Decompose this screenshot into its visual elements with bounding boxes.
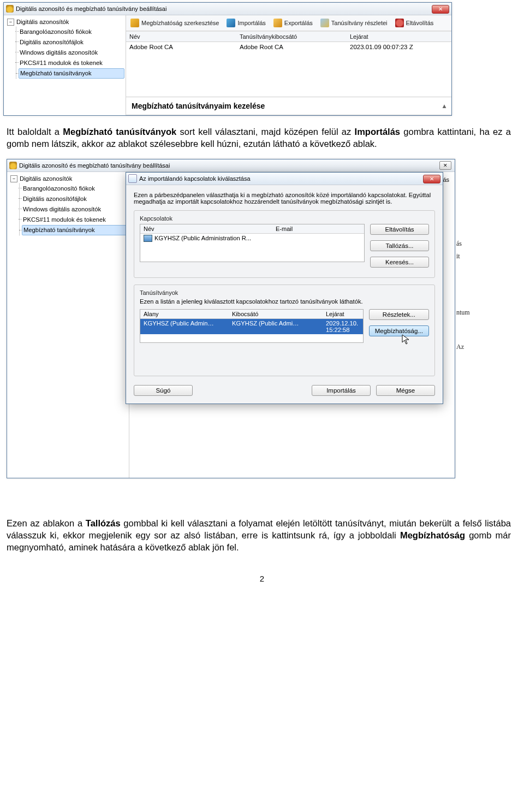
- tree-item[interactable]: Barangolóazonosító fiókok: [19, 27, 124, 37]
- chevron-up-icon: ▴: [443, 102, 446, 110]
- pencil-icon: [130, 19, 139, 27]
- section-title: Megbízható tanúsítványaim kezelése: [132, 102, 265, 110]
- import-button[interactable]: Importálás: [227, 19, 265, 27]
- details-button[interactable]: Tanúsítvány részletei: [320, 19, 388, 27]
- remove-contact-button[interactable]: Eltávolítás: [370, 224, 429, 235]
- col-expiry[interactable]: Lejárat: [323, 310, 363, 318]
- certificate-icon: [320, 19, 329, 27]
- col-name[interactable]: Név: [126, 32, 236, 42]
- dialog-titlebar[interactable]: Az importálandó kapcsolatok kiválasztása…: [126, 173, 443, 185]
- collapse-icon[interactable]: −: [7, 19, 14, 26]
- tree-root[interactable]: − Digitális azonosítók: [10, 174, 128, 183]
- tree-item[interactable]: Windows digitális azonosítók: [22, 204, 128, 215]
- window-title: Digitális azonosító és megbízható tanúsí…: [19, 162, 170, 169]
- settings-window: Digitális azonosító és megbízható tanúsí…: [3, 2, 452, 116]
- remove-icon: [395, 19, 404, 27]
- cert-list-header: Név Tanúsítványkibocsátó Lejárat: [126, 31, 451, 42]
- export-icon: [273, 19, 282, 27]
- dialog-footer: Súgó Importálás Mégse: [134, 383, 435, 396]
- contacts-list[interactable]: Név E-mail KGYHSZ (Public Administration…: [140, 224, 365, 262]
- dialog-close-button[interactable]: ✕: [423, 175, 440, 183]
- import-contacts-dialog: Az importálandó kapcsolatok kiválasztása…: [126, 172, 443, 404]
- tree-item[interactable]: Windows digitális azonosítók: [19, 48, 124, 58]
- export-button[interactable]: Exportálás: [273, 19, 313, 27]
- instruction-paragraph-1: Itt baloldalt a Megbízható tanúsítványok…: [0, 119, 524, 156]
- tree-item-trusted-certs[interactable]: Megbízható tanúsítványok: [22, 225, 128, 235]
- cert-row[interactable]: Adobe Root CA Adobe Root CA 2023.01.09 0…: [126, 42, 451, 52]
- tree-item[interactable]: Digitális azonosítófájlok: [22, 194, 128, 204]
- tree-item[interactable]: Barangolóazonosító fiókok: [22, 183, 128, 194]
- cert-row-selected[interactable]: KGYHSZ (Public Admin… KGYHSZ (Public Adm…: [140, 319, 363, 334]
- certificates-fieldset: Tanúsítványok Ezen a listán a jelenleg k…: [134, 285, 435, 376]
- contacts-fieldset: Kapcsolatok Név E-mail KGYHSZ (Publi: [134, 210, 435, 278]
- background-text-fragments: ás it ntum Az: [456, 170, 478, 351]
- tree-pane: − Digitális azonosítók Barangolóazonosít…: [4, 15, 126, 115]
- lock-icon: [9, 162, 17, 169]
- import-icon: [227, 19, 235, 27]
- dialog-icon: [128, 174, 137, 183]
- instruction-paragraph-2: Ezen az ablakon a Tallózás gombbal ki ke…: [0, 511, 524, 559]
- tree-root-label: Digitális azonosítók: [20, 174, 72, 183]
- tree-item[interactable]: PKCS#11 modulok és tokenek: [22, 215, 128, 225]
- contacts-label: Kapcsolatok: [140, 215, 429, 222]
- certs-note: Ezen a listán a jelenleg kiválasztott ka…: [140, 298, 429, 305]
- dialog-title: Az importálandó kapcsolatok kiválasztása: [139, 175, 251, 182]
- page-number: 2: [0, 559, 524, 589]
- certs-label: Tanúsítványok: [140, 289, 429, 296]
- tree-item[interactable]: Digitális azonosítófájlok: [19, 37, 124, 48]
- toolbar: Megbízhatóság szerkesztése Importálás Ex…: [126, 15, 451, 31]
- col-issuer[interactable]: Tanúsítványkibocsátó: [236, 32, 347, 42]
- col-email[interactable]: E-mail: [272, 224, 364, 233]
- cert-list[interactable]: Adobe Root CA Adobe Root CA 2023.01.09 0…: [126, 42, 451, 97]
- close-button[interactable]: ✕: [432, 5, 449, 14]
- lock-icon: [6, 5, 14, 13]
- dialog-intro: Ezen a párbeszédpanelen választhatja ki …: [134, 192, 435, 205]
- titlebar[interactable]: Digitális azonosító és megbízható tanúsí…: [4, 3, 451, 15]
- certs-list[interactable]: Alany Kibocsátó Lejárat KGYHSZ (Public A…: [140, 309, 364, 343]
- cancel-button[interactable]: Mégse: [376, 385, 435, 396]
- trust-button[interactable]: Megbízhatóság...: [369, 325, 429, 336]
- col-expiry[interactable]: Lejárat: [347, 32, 451, 42]
- search-button[interactable]: Keresés...: [370, 257, 429, 268]
- edit-trust-button[interactable]: Megbízhatóság szerkesztése: [130, 19, 219, 27]
- tree-root-label: Digitális azonosítók: [16, 17, 69, 27]
- browse-button[interactable]: Tallózás...: [370, 240, 429, 251]
- tree-item[interactable]: PKCS#11 modulok és tokenek: [19, 58, 124, 68]
- import-button[interactable]: Importálás: [312, 385, 371, 396]
- col-issuer[interactable]: Kibocsátó: [229, 310, 323, 318]
- tree-root[interactable]: − Digitális azonosítók: [7, 17, 124, 27]
- tree-pane: − Digitális azonosítók Barangolóazonosít…: [7, 172, 129, 478]
- details-button[interactable]: Részletek...: [369, 309, 429, 320]
- close-button[interactable]: ✕: [439, 161, 451, 170]
- screenshot-group-2: Digitális azonosító és megbízható tanúsí…: [3, 159, 478, 508]
- contact-row[interactable]: KGYHSZ (Public Administration R...: [140, 234, 364, 243]
- window-title: Digitális azonosító és megbízható tanúsí…: [16, 5, 166, 12]
- remove-button[interactable]: Eltávolítás: [395, 19, 434, 27]
- collapse-icon[interactable]: −: [10, 175, 17, 182]
- tree-item-trusted-certs[interactable]: Megbízható tanúsítványok: [19, 68, 124, 79]
- section-header[interactable]: Megbízható tanúsítványaim kezelése ▴: [126, 97, 451, 115]
- titlebar[interactable]: Digitális azonosító és megbízható tanúsí…: [7, 159, 455, 172]
- col-subject[interactable]: Alany: [140, 310, 229, 318]
- col-name[interactable]: Név: [140, 224, 272, 233]
- help-button[interactable]: Súgó: [134, 385, 193, 396]
- vcard-icon: [144, 235, 152, 242]
